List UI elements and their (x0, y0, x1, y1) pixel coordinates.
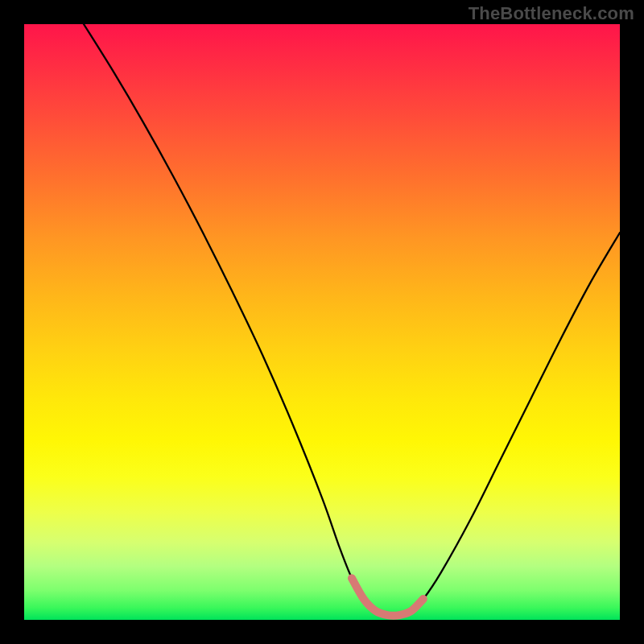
chart-frame: TheBottleneck.com (0, 0, 644, 644)
watermark-text: TheBottleneck.com (469, 3, 634, 24)
bottleneck-curve (84, 24, 620, 616)
optimal-zone-highlight (352, 578, 423, 616)
plot-area (24, 24, 620, 620)
curve-layer (24, 24, 620, 620)
